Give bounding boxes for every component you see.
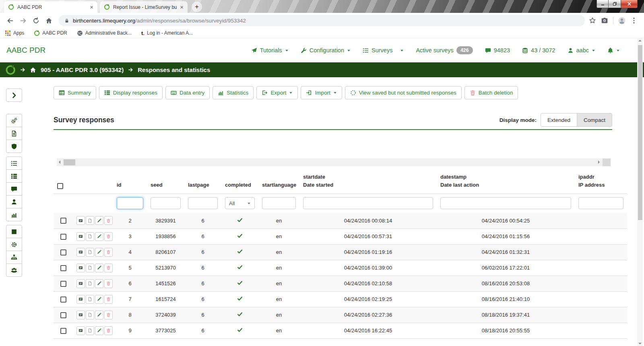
- view-file-button[interactable]: [86, 295, 94, 304]
- delete-response-button[interactable]: [104, 216, 113, 225]
- scroll-down-arrow-icon[interactable]: [638, 343, 642, 344]
- app-brand[interactable]: AABC PDR: [6, 46, 45, 55]
- display-mode-extended-button[interactable]: Extended: [541, 113, 577, 127]
- view-file-button[interactable]: [86, 326, 94, 335]
- edit-response-button[interactable]: [95, 248, 103, 257]
- delete-response-button[interactable]: [104, 326, 113, 335]
- reload-button[interactable]: [30, 14, 42, 27]
- sidebar-comment-button[interactable]: [6, 182, 22, 196]
- row-checkbox[interactable]: [60, 234, 66, 240]
- edit-response-button[interactable]: [95, 326, 103, 335]
- back-button[interactable]: [4, 14, 16, 27]
- sidebar-users-button[interactable]: [6, 264, 22, 277]
- import-button[interactable]: Import: [301, 86, 342, 99]
- tab-close-icon[interactable]: ×: [90, 4, 93, 10]
- sidebar-chevron-right-button[interactable]: [6, 89, 22, 102]
- edit-response-button[interactable]: [95, 216, 103, 225]
- vertical-scrollbar[interactable]: [637, 38, 643, 346]
- view-file-button[interactable]: [86, 264, 94, 272]
- vertical-scrollbar-thumb[interactable]: [638, 45, 642, 220]
- sidebar-sitemap-button[interactable]: [6, 251, 22, 264]
- horizontal-scrollbar[interactable]: [57, 159, 611, 166]
- edit-response-button[interactable]: [95, 264, 103, 272]
- view-file-button[interactable]: [86, 248, 94, 257]
- display-responses-button[interactable]: Display responses: [99, 86, 163, 99]
- col-header-startlanguage[interactable]: startlanguage: [258, 173, 299, 194]
- menu-tutorials[interactable]: Tutorials: [251, 47, 289, 54]
- row-checkbox[interactable]: [60, 328, 66, 334]
- window-minimize-button[interactable]: [597, 0, 609, 8]
- filter-ipaddr-input[interactable]: [578, 197, 623, 209]
- scroll-left-arrow-icon[interactable]: [59, 161, 60, 164]
- sidebar-user-button[interactable]: [6, 195, 22, 208]
- new-tab-button[interactable]: +: [192, 2, 202, 12]
- bookmark-login[interactable]: t. Log in - American A...: [141, 30, 193, 36]
- window-close-button[interactable]: [621, 0, 638, 8]
- view-file-button[interactable]: [86, 232, 94, 241]
- edit-response-button[interactable]: [95, 279, 103, 288]
- tab-close-icon[interactable]: ×: [180, 4, 184, 10]
- view-file-button[interactable]: [86, 279, 94, 288]
- col-header-ipaddr[interactable]: ipaddrIP address: [575, 173, 627, 194]
- col-header-completed[interactable]: completed: [221, 173, 258, 194]
- filter-seed-input[interactable]: [151, 197, 181, 209]
- view-file-button[interactable]: [86, 216, 94, 225]
- sidebar-file-text-button[interactable]: [6, 127, 22, 140]
- forward-button[interactable]: [17, 14, 29, 27]
- delete-response-button[interactable]: [104, 311, 113, 319]
- col-header-datestamp[interactable]: datestampDate last action: [437, 173, 575, 194]
- sidebar-list-button[interactable]: [6, 157, 22, 170]
- edit-response-button[interactable]: [95, 232, 103, 241]
- row-checkbox[interactable]: [60, 281, 66, 287]
- window-maximize-button[interactable]: [609, 0, 621, 8]
- view-response-button[interactable]: [76, 279, 85, 288]
- row-checkbox[interactable]: [60, 297, 66, 303]
- view-response-button[interactable]: [76, 232, 85, 241]
- camera-extension-icon[interactable]: [601, 17, 608, 24]
- filter-lastpage-input[interactable]: [188, 197, 218, 209]
- filter-startdate-input[interactable]: [303, 197, 433, 209]
- scroll-up-arrow-icon[interactable]: [638, 40, 642, 41]
- filter-startlanguage-input[interactable]: [262, 197, 296, 209]
- edit-response-button[interactable]: [95, 311, 103, 319]
- filter-id-input[interactable]: [117, 197, 143, 209]
- filter-completed-select[interactable]: All: [225, 197, 255, 209]
- view-response-button[interactable]: [76, 326, 85, 335]
- view-saved-button[interactable]: View saved but not submitted responses: [345, 86, 462, 99]
- menu-surveys[interactable]: Surveys: [363, 47, 404, 54]
- address-bar[interactable]: birthcenters.limequery.org/admin/respons…: [59, 15, 585, 26]
- menu-notifications[interactable]: [607, 47, 620, 54]
- profile-avatar[interactable]: [618, 17, 625, 24]
- home-button[interactable]: [43, 14, 55, 27]
- apps-button[interactable]: Apps: [5, 30, 24, 36]
- sidebar-square-button[interactable]: [6, 225, 22, 238]
- summary-button[interactable]: Summary: [54, 86, 96, 99]
- col-header-lastpage[interactable]: lastpage: [184, 173, 221, 194]
- select-all-checkbox[interactable]: [57, 183, 63, 189]
- statistics-button[interactable]: Statistics: [213, 86, 254, 99]
- col-header-seed[interactable]: seed: [147, 173, 184, 194]
- bookmark-administrative[interactable]: Administrative Back...: [77, 30, 132, 36]
- row-checkbox[interactable]: [60, 265, 66, 271]
- delete-response-button[interactable]: [104, 264, 113, 272]
- batch-deletion-button[interactable]: Batch deletion: [464, 86, 518, 99]
- limesurvey-logo[interactable]: [5, 65, 16, 75]
- delete-response-button[interactable]: [104, 248, 113, 257]
- col-header-startdate[interactable]: startdateDate started: [299, 173, 437, 194]
- bookmark-star-icon[interactable]: [589, 17, 596, 24]
- sidebar-cogs-button[interactable]: [6, 114, 22, 127]
- breadcrumb-survey[interactable]: 905 - AABC PDR 3.0 (953342): [41, 66, 124, 73]
- home-icon[interactable]: [30, 67, 36, 73]
- browser-menu-icon[interactable]: [630, 17, 638, 24]
- sidebar-shield-button[interactable]: [6, 140, 22, 153]
- row-checkbox[interactable]: [60, 312, 66, 318]
- view-response-button[interactable]: [76, 295, 85, 304]
- col-header-id[interactable]: id: [113, 173, 147, 194]
- row-checkbox[interactable]: [60, 218, 66, 224]
- display-mode-compact-button[interactable]: Compact: [577, 113, 612, 127]
- menu-configuration[interactable]: Configuration: [301, 47, 351, 54]
- export-button[interactable]: Export: [256, 86, 298, 99]
- filter-datestamp-input[interactable]: [440, 197, 571, 209]
- menu-user[interactable]: aabc: [568, 47, 595, 54]
- data-entry-button[interactable]: Data entry: [165, 86, 210, 99]
